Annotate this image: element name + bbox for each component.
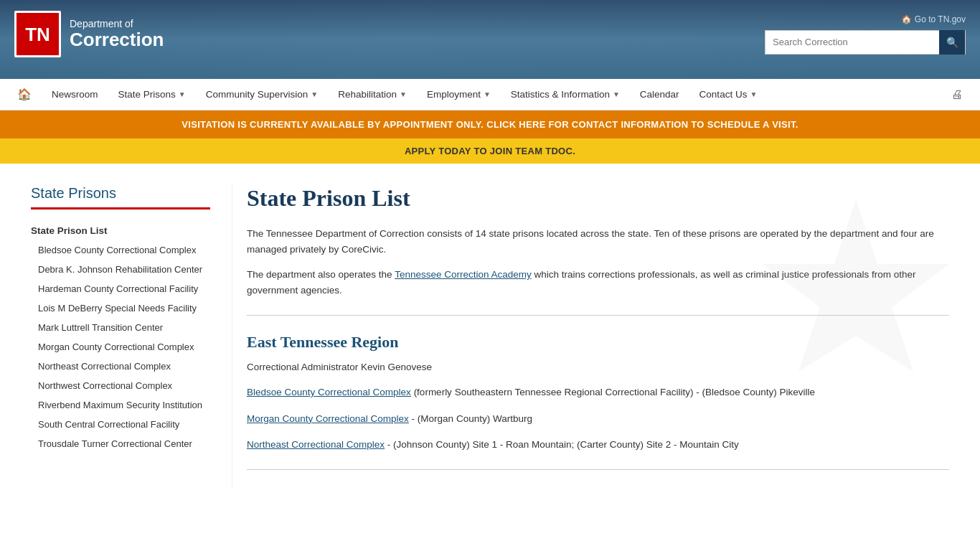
dept-name: Department of Correction [70, 18, 164, 50]
sidebar-item-prison-list[interactable]: State Prison List [31, 221, 210, 240]
main-container: State Prisons State Prison List Bledsoe … [17, 164, 963, 509]
list-item: Northeast Correctional Complex [31, 357, 210, 376]
sidebar-item-hardeman[interactable]: Hardeman County Correctional Facility [31, 279, 210, 298]
tn-logo[interactable]: TN Department of Correction [14, 11, 164, 57]
nav-calendar[interactable]: Calendar [630, 80, 689, 108]
facility-link-northeast[interactable]: Northeast Correctional Complex [247, 439, 385, 450]
sidebar-item-morgan[interactable]: Morgan County Correctional Complex [31, 337, 210, 357]
sidebar-title: State Prisons [31, 185, 210, 202]
main-content: State Prison List The Tennessee Departme… [232, 185, 949, 487]
caret-icon: ▼ [179, 90, 186, 98]
para2-before: The department also operates the [247, 269, 395, 280]
tca-link[interactable]: Tennessee Correction Academy [395, 269, 532, 280]
nav-employment-label: Employment [427, 89, 481, 100]
nav-community-supervision[interactable]: Community Supervision▼ [196, 80, 328, 108]
nav-calendar-label: Calendar [640, 89, 679, 100]
nav-contact-us-label: Contact Us [699, 89, 748, 100]
nav-print[interactable]: 🖨 [941, 80, 973, 110]
page-title: State Prison List [247, 185, 949, 212]
sidebar-item-northeast[interactable]: Northeast Correctional Complex [31, 357, 210, 376]
facility-detail-morgan: - (Morgan County) Wartburg [409, 413, 532, 424]
list-item: Morgan County Correctional Complex [31, 337, 210, 357]
caret-icon: ▼ [613, 90, 620, 98]
search-box: 🔍 [765, 30, 966, 55]
header: TN Department of Correction 🏠 Go to TN.g… [0, 0, 980, 79]
sidebar-item-riverbend[interactable]: Riverbend Maximum Security Institution [31, 395, 210, 415]
list-item: Lois M DeBerry Special Needs Facility [31, 298, 210, 318]
nav-contact-us[interactable]: Contact Us▼ [689, 80, 768, 108]
content-para-2: The department also operates the Tenness… [247, 267, 949, 298]
nav-state-prisons[interactable]: State Prisons▼ [108, 80, 196, 108]
nav-employment[interactable]: Employment▼ [417, 80, 501, 108]
facility-detail-bledsoe: (formerly Southeastern Tennessee Regiona… [411, 387, 815, 397]
search-button[interactable]: 🔍 [939, 30, 965, 55]
sidebar-item-northwest[interactable]: Northwest Correctional Complex [31, 376, 210, 395]
nav-rehabilitation-label: Rehabilitation [338, 89, 397, 100]
sidebar-item-trousdale[interactable]: Trousdale Turner Correctional Center [31, 434, 210, 453]
list-item: Mark Luttrell Transition Center [31, 318, 210, 337]
home-nav-icon: 🏠 [17, 88, 32, 101]
nav-rehabilitation[interactable]: Rehabilitation▼ [328, 80, 417, 108]
banner-orange-text: VISITATION IS CURRENTLY AVAILABLE BY APP… [182, 119, 798, 130]
print-icon: 🖨 [951, 88, 963, 101]
list-item: Bledsoe County Correctional Complex [31, 240, 210, 260]
banner-yellow[interactable]: APPLY TODAY TO JOIN TEAM TDOC. [0, 138, 980, 164]
list-item: Hardeman County Correctional Facility [31, 279, 210, 298]
admin-name: Correctional Administrator Kevin Genoves… [247, 362, 949, 372]
nav-newsroom[interactable]: Newsroom [42, 80, 108, 108]
caret-icon: ▼ [750, 90, 757, 98]
section-divider [247, 315, 949, 316]
nav-statistics-label: Statistics & Information [511, 89, 610, 100]
list-item: Riverbend Maximum Security Institution [31, 395, 210, 415]
main-nav: 🏠 Newsroom State Prisons▼ Community Supe… [0, 79, 980, 110]
list-item: Trousdale Turner Correctional Center [31, 434, 210, 453]
sidebar-underline [31, 207, 210, 209]
header-right: 🏠 Go to TN.gov 🔍 [765, 14, 966, 55]
section-divider-2 [247, 469, 949, 470]
list-item: South Central Correctional Facility [31, 415, 210, 434]
list-item: State Prison List [31, 221, 210, 240]
list-item: Debra K. Johnson Rehabilitation Center [31, 260, 210, 279]
sidebar-item-debra[interactable]: Debra K. Johnson Rehabilitation Center [31, 260, 210, 279]
list-item: Northwest Correctional Complex [31, 376, 210, 395]
facility-link-morgan[interactable]: Morgan County Correctional Complex [247, 413, 409, 424]
sidebar: State Prisons State Prison List Bledsoe … [31, 185, 232, 487]
goto-tn-link[interactable]: 🏠 Go to TN.gov [901, 14, 966, 24]
sidebar-nav: State Prison List Bledsoe County Correct… [31, 221, 210, 453]
facility-entry-bledsoe: Bledsoe County Correctional Complex (for… [247, 385, 949, 400]
nav-community-supervision-label: Community Supervision [206, 89, 308, 100]
facility-link-bledsoe[interactable]: Bledsoe County Correctional Complex [247, 387, 411, 397]
tn-badge: TN [14, 11, 61, 57]
banner-orange[interactable]: VISITATION IS CURRENTLY AVAILABLE BY APP… [0, 110, 980, 138]
region-title: East Tennessee Region [247, 333, 949, 352]
home-icon: 🏠 [901, 14, 912, 24]
banner-yellow-text: APPLY TODAY TO JOIN TEAM TDOC. [405, 146, 575, 156]
sidebar-item-bledsoe[interactable]: Bledsoe County Correctional Complex [31, 240, 210, 260]
nav-home[interactable]: 🏠 [7, 79, 42, 110]
facility-entry-northeast: Northeast Correctional Complex - (Johnso… [247, 438, 949, 452]
nav-newsroom-label: Newsroom [52, 89, 98, 100]
content-para-1: The Tennessee Department of Correction c… [247, 226, 949, 257]
dept-of-label: Department of [70, 18, 164, 29]
facility-entry-morgan: Morgan County Correctional Complex - (Mo… [247, 412, 949, 426]
caret-icon: ▼ [484, 90, 491, 98]
sidebar-item-lois[interactable]: Lois M DeBerry Special Needs Facility [31, 298, 210, 318]
sidebar-item-southcentral[interactable]: South Central Correctional Facility [31, 415, 210, 434]
search-input[interactable] [765, 32, 939, 52]
sidebar-item-mark[interactable]: Mark Luttrell Transition Center [31, 318, 210, 337]
caret-icon: ▼ [311, 90, 318, 98]
goto-tn-text: Go to TN.gov [915, 14, 966, 24]
tn-badge-text: TN [25, 25, 50, 44]
caret-icon: ▼ [400, 90, 407, 98]
facility-detail-northeast: - (Johnson County) Site 1 - Roan Mountai… [385, 439, 739, 450]
nav-statistics[interactable]: Statistics & Information▼ [501, 80, 630, 108]
dept-correction-label: Correction [70, 29, 164, 50]
nav-state-prisons-label: State Prisons [118, 89, 176, 100]
